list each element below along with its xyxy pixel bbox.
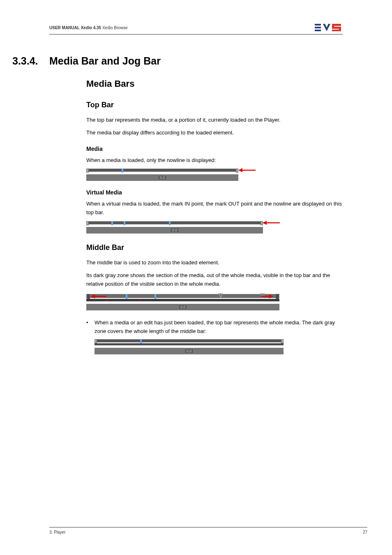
header-component: Xedio Browse (102, 25, 128, 30)
svg-marker-17 (269, 294, 273, 298)
page-header: USER MANUAL Xedio 4.35 Xedio Browse (49, 23, 343, 35)
media-bar-figure-3: 0.0 (86, 294, 279, 310)
red-arrow-icon (238, 168, 257, 173)
svg-rect-0 (315, 24, 321, 25)
media-p1: When a media is loaded, only the nowline… (86, 156, 343, 165)
nowline-marker (140, 339, 142, 343)
red-arrow-icon (263, 220, 281, 225)
middle-bar-p1: The middle bar is used to zoom into the … (86, 259, 343, 267)
section-heading-row: 3.3.4. Media Bar and Jog Bar (12, 55, 343, 67)
nowline-marker (154, 294, 156, 299)
media-bars-heading: Media Bars (86, 79, 343, 89)
mark-out-marker (169, 221, 171, 225)
zoom-region (107, 299, 140, 301)
jog-value: 0.0 (158, 175, 167, 180)
middle-bar-heading: Middle Bar (86, 243, 343, 252)
jog-bar-track: 0.0 (95, 348, 284, 354)
virtual-top-track (86, 221, 263, 224)
media-bar-figure-1: 0.0 (86, 169, 251, 181)
header-text: USER MANUAL Xedio 4.35 Xedio Browse (49, 25, 128, 30)
evs-logo (315, 23, 343, 32)
svg-marker-11 (263, 221, 267, 225)
media-heading: Media (86, 146, 343, 152)
section-number: 3.3.4. (12, 55, 49, 67)
svg-rect-7 (332, 30, 341, 31)
jog-value: 0.0 (170, 228, 180, 233)
nowline-marker (124, 221, 125, 225)
svg-rect-1 (315, 27, 321, 28)
mark-in-marker (126, 294, 127, 299)
media-top-track (86, 169, 238, 172)
bullet-item: • When a media or an edit has just been … (86, 319, 343, 336)
right-handle-icon (281, 339, 284, 343)
left-handle-icon (95, 339, 97, 343)
virtual-media-p1: When a virtual media is loaded, the mark… (86, 200, 343, 217)
left-handle-icon (86, 169, 89, 173)
middle-top-track-2 (95, 339, 284, 342)
jog-bar-track: 0.0 (86, 304, 279, 310)
nowline-marker (122, 169, 123, 173)
top-bar-heading: Top Bar (86, 101, 343, 109)
top-bar-p1: The top bar represents the media, or a p… (86, 116, 343, 125)
jog-bar-track: 0.0 (86, 227, 263, 234)
mark-in-marker (111, 221, 113, 225)
left-handle-icon (87, 294, 90, 299)
jog-value: 0.0 (178, 305, 188, 310)
middle-zoom-track (86, 299, 279, 301)
top-bar-p2: The media bar display differs according … (86, 129, 343, 137)
page-footer: 3. Player 27 (49, 527, 367, 534)
virtual-media-heading: Virtual Media (86, 189, 343, 196)
middle-top-track (86, 294, 279, 298)
middle-zoom-track-full (95, 343, 284, 345)
jog-value: 0.0 (184, 349, 194, 354)
middle-bar-p2: Its dark gray zone shows the section of … (86, 271, 343, 289)
right-handle-icon (276, 294, 279, 299)
header-manual-label: USER MANUAL (49, 25, 80, 30)
footer-left: 3. Player (49, 530, 65, 534)
zoom-handle-icon (218, 293, 223, 298)
section-title: Media Bar and Jog Bar (49, 55, 161, 67)
bullet-dot-icon: • (86, 319, 95, 336)
media-bar-figure-2: 0.0 (86, 221, 279, 234)
svg-marker-14 (219, 294, 223, 297)
svg-rect-2 (315, 30, 321, 31)
jog-bar-track: 0.0 (86, 174, 238, 181)
media-bar-figure-4: 0.0 (95, 339, 284, 354)
svg-marker-9 (238, 168, 242, 172)
footer-page-number: 27 (363, 530, 367, 534)
bullet-text: When a media or an edit has just been lo… (95, 319, 343, 336)
header-product: Xedio 4.35 (81, 25, 101, 30)
svg-marker-13 (91, 294, 95, 298)
left-handle-icon (86, 221, 89, 225)
